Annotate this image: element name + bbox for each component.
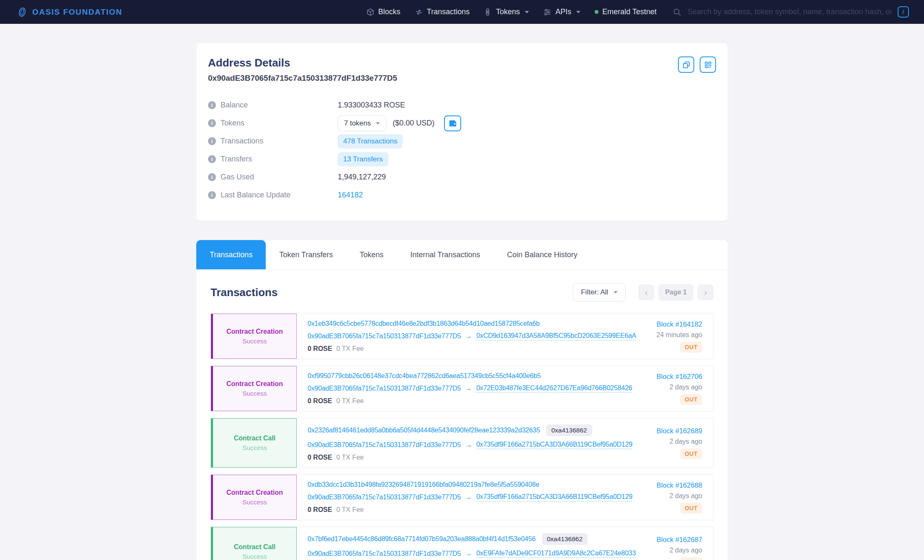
tx-method-tag: 0xa4136862 [546,424,592,436]
tx-from-address-link[interactable]: 0x90adE3B7065fa715c7a150313877dF1d33e777… [308,332,461,340]
tx-fee: 0 TX Fee [336,345,364,353]
nav-item-apis[interactable]: APIs [543,8,580,16]
block-link[interactable]: Block #162688 [657,481,702,489]
nav-item-blocks[interactable]: Blocks [366,8,400,16]
nav-item-label: APIs [555,8,571,16]
tx-amount: 0 ROSE [308,506,332,514]
tab-tokens[interactable]: Tokens [346,240,397,269]
tx-from-address-link[interactable]: 0x90adE3B7065fa715c7a150313877dF1d33e777… [308,385,461,392]
tab-internal-transactions[interactable]: Internal Transactions [397,240,493,269]
tx-details: 0xdb33dcc1d3b31b498fa9232694871919166bfa… [297,475,627,520]
oasis-logo-icon [17,7,28,18]
tx-status-badge: Contract CreationSuccess [211,366,297,411]
tx-hash-link[interactable]: 0xdb33dcc1d3b31b498fa9232694871919166bfa… [308,481,539,488]
tx-age: 2 days ago [670,438,702,445]
page-title: Address Details [208,56,397,69]
cube-icon [366,8,375,16]
transaction-row: Contract CreationSuccess0x1eb349c6c5cbe5… [210,313,714,359]
transaction-row: Contract CallSuccess0x7bf6ed17ebe4454c86… [210,527,714,560]
next-page-button[interactable]: › [698,284,714,300]
tab-token-transfers[interactable]: Token Transfers [266,240,346,269]
tx-result-label: Success [242,499,267,506]
transactions-count-badge[interactable]: 478 Transactions [338,134,403,148]
tx-details: 0x1eb349c6c5cbe5778cdbecdf46e8e2bdf3b186… [297,314,627,359]
tx-age: 2 days ago [670,492,702,500]
network-dot-icon [595,10,598,14]
tx-to-address-link[interactable]: 0x72E03b487fe3EC44d2627D67Ea96d766B02584… [476,384,632,393]
chevron-down-icon [576,11,580,13]
tx-from-address-link[interactable]: 0x90adE3B7065fa715c7a150313877dF1d33e777… [308,550,461,557]
tx-to-address-link[interactable]: 0x735df9F166a2715bCA3D3A66B119CBef95a0D1… [476,441,632,449]
tokens-dropdown[interactable]: 7 tokens [338,115,386,131]
tx-result-label: Success [242,390,267,397]
qr-code-button[interactable] [700,56,716,73]
copy-address-button[interactable] [678,56,694,73]
detail-row-transactions: i Transactions 478 Transactions [208,132,716,150]
tx-details: 0x2326af8146461edd85a0bb6a505f4d4448e543… [297,418,627,468]
tx-age: 24 minutes ago [657,331,702,339]
transactions-label: Transactions [221,137,263,146]
detail-row-balance: i Balance 1.933003433 ROSE [208,96,716,114]
transaction-row: Contract CreationSuccess0xf9950779cbb26c… [210,366,714,412]
tx-result-label: Success [242,338,267,345]
tx-hash-link[interactable]: 0x7bf6ed17ebe4454c86d89fc68a7714fd07b59a… [308,535,536,543]
tab-transactions[interactable]: Transactions [196,240,266,269]
chevron-down-icon [525,11,529,13]
tx-hash-link[interactable]: 0xf9950779cbb26c06148e37cdc4bea772862cd6… [308,372,541,380]
copy-icon [682,61,690,69]
wallet-button[interactable] [444,115,461,131]
slash-shortcut-badge[interactable]: / [898,6,909,18]
tx-type-label: Contract Creation [226,380,283,388]
tx-to-address-link[interactable]: 0x735df9F166a2715bCA3D3A66B119CBef95a0D1… [476,493,632,501]
info-icon: i [208,137,216,145]
nav-item-tokens[interactable]: Tokens [484,8,529,16]
tx-meta: Block #1626882 days agoOUT [627,475,713,520]
balance-value: 1.933003433 ROSE [338,101,405,110]
tab-coin-balance-history[interactable]: Coin Balance History [494,240,591,269]
tx-status-badge: Contract CreationSuccess [211,475,297,520]
qr-code-icon [704,61,712,69]
last-balance-update-label: Last Balance Update [221,191,290,199]
tx-to-address-link[interactable]: 0xE9FAfe7dADe9CF0171d9A9D9A8c2Ca67E24e80… [476,550,636,558]
chevron-down-icon [376,122,380,125]
wallet-icon [449,120,457,127]
info-icon: i [208,191,216,199]
pagination: ‹ Page 1 › [638,284,714,301]
direction-badge: OUT [680,503,702,514]
tx-hash-link[interactable]: 0x1eb349c6c5cbe5778cdbecdf46e8e2bdf3b186… [308,320,539,327]
tx-amount: 0 ROSE [308,454,332,461]
transfers-count-badge[interactable]: 13 Transfers [338,152,388,166]
nav-item-emerald-testnet[interactable]: Emerald Testnet [595,8,657,16]
tx-result-label: Success [242,553,267,560]
block-link[interactable]: Block #162706 [657,373,702,381]
tx-age: 2 days ago [670,384,702,391]
search-input[interactable] [688,8,892,16]
tx-hash-link[interactable]: 0x2326af8146461edd85a0bb6a505f4d4448e543… [308,427,540,434]
transaction-row: Contract CallSuccess0x2326af8146461edd85… [210,418,714,468]
tx-meta: Block #1626892 days agoOUT [627,418,713,468]
page-indicator: Page 1 [658,284,693,301]
coins-icon [484,8,492,16]
nav-item-transactions[interactable]: Transactions [415,8,470,16]
arrow-right-icon: → [465,493,472,501]
gas-used-label: Gas Used [221,173,254,182]
chevron-down-icon [613,291,618,294]
block-link[interactable]: Block #162689 [657,427,702,435]
tx-method-tag: 0xa4136862 [542,533,588,545]
block-link[interactable]: Block #164182 [657,320,702,328]
gas-used-value: 1,949,127,229 [338,173,386,182]
last-balance-update-link[interactable]: 164182 [338,191,363,199]
detail-row-gas-used: i Gas Used 1,949,127,229 [208,168,716,186]
detail-row-last-balance-update: i Last Balance Update 164182 [208,186,716,204]
arrow-right-icon: → [465,441,472,449]
tx-from-address-link[interactable]: 0x90adE3B7065fa715c7a150313877dF1d33e777… [308,441,461,449]
block-link[interactable]: Block #162687 [657,536,702,544]
sliders-icon [543,8,552,16]
prev-page-button[interactable]: ‹ [638,284,654,300]
tx-to-address-link[interactable]: 0xCD9d163947d3A58A9Bf5C95bcD2063E2599EE6… [476,332,636,340]
filter-dropdown[interactable]: Filter: All [573,283,626,302]
tx-from-address-link[interactable]: 0x90adE3B7065fa715c7a150313877dF1d33e777… [308,494,461,501]
brand-logo[interactable]: OASIS FOUNDATION [17,7,122,18]
tx-status-badge: Contract CreationSuccess [211,314,297,359]
info-icon: i [208,155,216,163]
